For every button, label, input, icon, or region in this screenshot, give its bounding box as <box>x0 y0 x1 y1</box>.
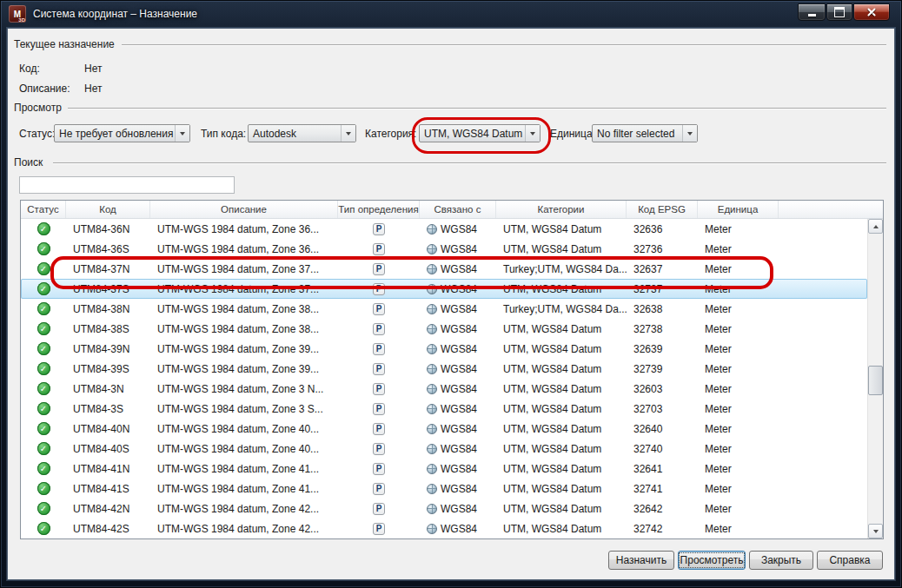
row-description: UTM-WGS 1984 datum, Zone 42... <box>150 523 338 535</box>
scrollbar-thumb[interactable] <box>868 366 883 395</box>
row-code: UTM84-42N <box>66 503 150 515</box>
row-description: UTM-WGS 1984 datum, Zone 40... <box>150 443 338 455</box>
projection-type-icon: P <box>373 443 385 455</box>
separator <box>122 44 886 45</box>
table-row[interactable]: ✓ UTM84-42S UTM-WGS 1984 datum, Zone 42.… <box>21 519 867 538</box>
footer-button-row: Назначить Просмотреть Закрыть Справка <box>608 551 883 570</box>
help-button[interactable]: Справка <box>817 551 883 570</box>
status-ok-icon: ✓ <box>37 342 50 355</box>
projection-type-icon: P <box>373 463 385 475</box>
column-header-status[interactable]: Статус <box>21 201 66 218</box>
row-unit: Meter <box>698 523 779 535</box>
row-status-cell: ✓ <box>21 242 66 255</box>
row-epsg-code: 32742 <box>627 523 698 535</box>
row-category: UTM, WGS84 Datum <box>496 503 627 515</box>
table-row[interactable]: ✓ UTM84-38S UTM-WGS 1984 datum, Zone 38.… <box>21 319 867 339</box>
row-related-cell: WGS84 <box>420 243 496 255</box>
row-category: UTM, WGS84 Datum <box>496 443 627 455</box>
globe-icon <box>427 504 437 514</box>
table-row[interactable]: ✓ UTM84-37S UTM-WGS 1984 datum, Zone 37.… <box>21 279 867 299</box>
title-bar[interactable]: M 3D Система координат – Назначение <box>0 0 902 28</box>
table-row[interactable]: ✓ UTM84-36N UTM-WGS 1984 datum, Zone 36.… <box>21 219 867 239</box>
assign-button[interactable]: Назначить <box>608 551 674 570</box>
vertical-scrollbar[interactable] <box>867 219 883 538</box>
maximize-button[interactable] <box>826 3 852 21</box>
close-button[interactable] <box>853 3 890 21</box>
row-epsg-code: 32741 <box>627 483 698 495</box>
column-header-unit[interactable]: Единица <box>698 201 779 218</box>
table-row[interactable]: ✓ UTM84-3S UTM-WGS 1984 datum, Zone 3 S.… <box>21 399 867 419</box>
globe-icon <box>427 384 437 394</box>
status-ok-icon: ✓ <box>37 302 50 315</box>
status-filter-label: Статус: <box>19 128 55 140</box>
row-related-cell: WGS84 <box>420 323 496 335</box>
row-status-cell: ✓ <box>21 442 66 455</box>
row-related-cell: WGS84 <box>420 383 496 395</box>
row-related-to: WGS84 <box>441 343 477 355</box>
row-description: UTM-WGS 1984 datum, Zone 36... <box>150 223 338 235</box>
code-type-dropdown[interactable]: Autodesk <box>248 124 356 142</box>
unit-filter-dropdown[interactable]: No filter selected <box>592 124 698 142</box>
status-filter-dropdown[interactable]: Не требует обновления <box>54 124 190 142</box>
row-related-cell: WGS84 <box>420 463 496 475</box>
scroll-down-button[interactable] <box>868 524 883 538</box>
row-status-cell: ✓ <box>21 362 66 375</box>
row-code: UTM84-39S <box>66 363 150 375</box>
table-row[interactable]: ✓ UTM84-3N UTM-WGS 1984 datum, Zone 3 N.… <box>21 379 867 399</box>
table-row[interactable]: ✓ UTM84-41S UTM-WGS 1984 datum, Zone 41.… <box>21 479 867 499</box>
table-row[interactable]: ✓ UTM84-37N UTM-WGS 1984 datum, Zone 37.… <box>21 259 867 279</box>
projection-type-icon: P <box>373 383 385 395</box>
globe-icon <box>427 424 437 434</box>
row-related-to: WGS84 <box>441 323 477 335</box>
row-definition-type-cell: P <box>338 223 420 235</box>
status-ok-icon: ✓ <box>37 502 50 515</box>
column-header-description[interactable]: Описание <box>150 201 338 218</box>
separator <box>68 108 886 109</box>
row-unit: Meter <box>698 423 779 435</box>
row-related-to: WGS84 <box>441 383 477 395</box>
row-status-cell: ✓ <box>21 222 66 235</box>
row-code: UTM84-37N <box>66 263 150 275</box>
close-dialog-button[interactable]: Закрыть <box>749 551 813 570</box>
row-code: UTM84-37S <box>66 283 150 295</box>
unit-filter-value: No filter selected <box>593 128 682 140</box>
column-header-related[interactable]: Связано с <box>420 201 496 218</box>
column-header-epsg[interactable]: Код EPSG <box>627 201 698 218</box>
scroll-up-button[interactable] <box>868 219 883 234</box>
row-related-cell: WGS84 <box>420 483 496 495</box>
status-filter-value: Не требует обновления <box>55 128 175 140</box>
table-row[interactable]: ✓ UTM84-42N UTM-WGS 1984 datum, Zone 42.… <box>21 499 867 519</box>
table-row[interactable]: ✓ UTM84-39S UTM-WGS 1984 datum, Zone 39.… <box>21 359 867 379</box>
current-description-label: Описание: <box>19 83 70 95</box>
table-row[interactable]: ✓ UTM84-38N UTM-WGS 1984 datum, Zone 38.… <box>21 299 867 319</box>
column-header-category[interactable]: Категории <box>496 201 627 218</box>
status-ok-icon: ✓ <box>37 402 50 415</box>
row-status-cell: ✓ <box>21 322 66 335</box>
globe-icon <box>427 304 437 314</box>
column-header-definition-type[interactable]: Тип определения <box>338 201 420 218</box>
row-definition-type-cell: P <box>338 523 420 535</box>
projection-type-icon: P <box>373 523 385 535</box>
category-dropdown[interactable]: UTM, WGS84 Datum <box>419 124 541 142</box>
view-button[interactable]: Просмотреть <box>678 551 746 570</box>
table-row[interactable]: ✓ UTM84-41N UTM-WGS 1984 datum, Zone 41.… <box>21 459 867 479</box>
row-status-cell: ✓ <box>21 482 66 495</box>
section-label-current-assignment: Текущее назначение <box>14 38 115 50</box>
row-definition-type-cell: P <box>338 343 420 355</box>
search-input[interactable] <box>19 176 235 194</box>
globe-icon <box>427 224 437 235</box>
table-row[interactable]: ✓ UTM84-39N UTM-WGS 1984 datum, Zone 39.… <box>21 339 867 359</box>
column-header-code[interactable]: Код <box>66 201 150 218</box>
table-row[interactable]: ✓ UTM84-40N UTM-WGS 1984 datum, Zone 40.… <box>21 419 867 439</box>
row-unit: Meter <box>698 323 779 335</box>
current-code-label: Код: <box>19 63 40 75</box>
table-row[interactable]: ✓ UTM84-40S UTM-WGS 1984 datum, Zone 40.… <box>21 439 867 459</box>
table-row[interactable]: ✓ UTM84-36S UTM-WGS 1984 datum, Zone 36.… <box>21 239 867 259</box>
minimize-button[interactable] <box>798 3 826 21</box>
row-definition-type-cell: P <box>338 463 420 475</box>
row-definition-type-cell: P <box>338 423 420 435</box>
globe-icon <box>427 484 437 494</box>
help-button-label: Справка <box>829 554 870 566</box>
row-related-cell: WGS84 <box>420 403 496 415</box>
row-epsg-code: 32739 <box>627 363 698 375</box>
